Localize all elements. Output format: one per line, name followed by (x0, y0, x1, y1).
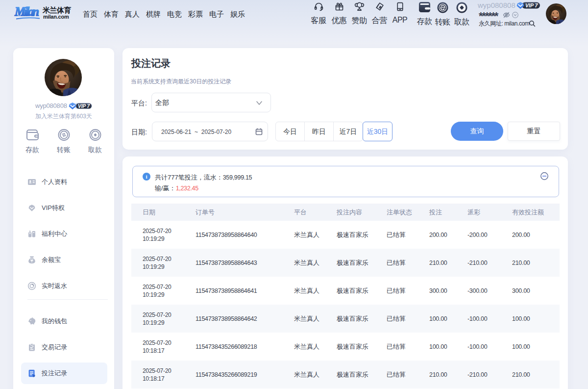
svg-text:VIP 7: VIP 7 (78, 104, 90, 109)
svg-text:Milan: Milan (14, 5, 39, 18)
svg-text:VIP 7: VIP 7 (525, 2, 538, 8)
svg-text:i: i (146, 174, 147, 180)
